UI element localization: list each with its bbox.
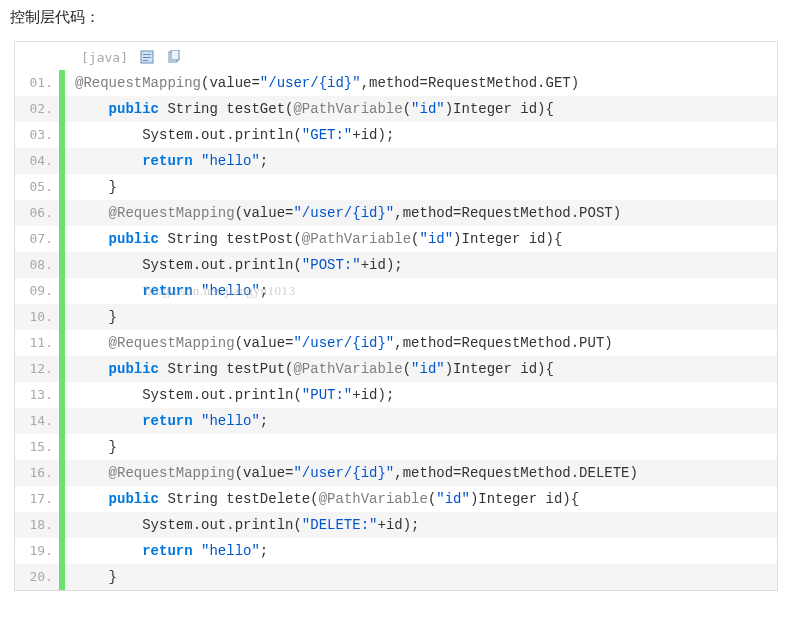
copy-icon[interactable]	[167, 50, 181, 64]
code-token: }	[109, 569, 117, 585]
code-token: String testGet(	[159, 101, 293, 117]
code-token: ,method=RequestMethod.DELETE)	[394, 465, 638, 481]
code-token: @RequestMapping	[109, 335, 235, 351]
code-token: "id"	[411, 101, 445, 117]
code-token: "DELETE:"	[302, 517, 378, 533]
code-token: +id);	[352, 127, 394, 143]
code-token: return	[142, 413, 192, 429]
line-number: 12.	[15, 356, 59, 382]
code-token: +id);	[361, 257, 403, 273]
code-token: "/user/{id}"	[293, 335, 394, 351]
code-token: (value=	[235, 335, 294, 351]
code-token: return	[142, 153, 192, 169]
view-plain-icon[interactable]	[140, 50, 154, 64]
line-number: 18.	[15, 512, 59, 538]
code-token: ,method=RequestMethod.GET)	[361, 75, 579, 91]
code-token: return	[142, 283, 192, 299]
code-token: ,method=RequestMethod.POST)	[394, 205, 621, 221]
code-row: 03. System.out.println("GET:"+id);	[15, 122, 777, 148]
code-row: 12. public String testPut(@PathVariable(…	[15, 356, 777, 382]
code-line: public String testDelete(@PathVariable("…	[65, 486, 777, 512]
code-token: @PathVariable	[293, 101, 402, 117]
code-token: "id"	[436, 491, 470, 507]
code-token: )Integer id){	[445, 361, 554, 377]
line-number: 03.	[15, 122, 59, 148]
svg-rect-1	[143, 54, 151, 55]
code-token: @RequestMapping	[109, 465, 235, 481]
code-token: ;	[260, 543, 268, 559]
code-row: 17. public String testDelete(@PathVariab…	[15, 486, 777, 512]
svg-rect-5	[171, 50, 179, 60]
code-line: @RequestMapping(value="/user/{id}",metho…	[65, 200, 777, 226]
code-row: 16. @RequestMapping(value="/user/{id}",m…	[15, 460, 777, 486]
line-number: 05.	[15, 174, 59, 200]
code-line: return "hello";blog.csdn.net/jiangyu1013	[65, 278, 777, 304]
line-number: 14.	[15, 408, 59, 434]
line-number: 11.	[15, 330, 59, 356]
code-token: "POST:"	[302, 257, 361, 273]
code-row: 06. @RequestMapping(value="/user/{id}",m…	[15, 200, 777, 226]
line-number: 15.	[15, 434, 59, 460]
code-token: "hello"	[201, 543, 260, 559]
code-row: 02. public String testGet(@PathVariable(…	[15, 96, 777, 122]
code-row: 07. public String testPost(@PathVariable…	[15, 226, 777, 252]
code-token: }	[109, 179, 117, 195]
code-line: return "hello";	[65, 538, 777, 564]
line-number: 06.	[15, 200, 59, 226]
code-token: "/user/{id}"	[293, 205, 394, 221]
code-token: "hello"	[201, 283, 260, 299]
code-token: System.out.println(	[142, 517, 302, 533]
code-body: 01.@RequestMapping(value="/user/{id}",me…	[15, 70, 777, 590]
code-token: return	[142, 543, 192, 559]
line-number: 02.	[15, 96, 59, 122]
code-row: 09. return "hello";blog.csdn.net/jiangyu…	[15, 278, 777, 304]
code-token: public	[109, 231, 159, 247]
code-line: }	[65, 434, 777, 460]
code-token: }	[109, 439, 117, 455]
code-row: 11. @RequestMapping(value="/user/{id}",m…	[15, 330, 777, 356]
code-token: "id"	[411, 361, 445, 377]
code-row: 13. System.out.println("PUT:"+id);	[15, 382, 777, 408]
code-token: "hello"	[201, 413, 260, 429]
code-token: "hello"	[201, 153, 260, 169]
code-token: String testDelete(	[159, 491, 319, 507]
code-token	[193, 413, 201, 429]
code-row: 01.@RequestMapping(value="/user/{id}",me…	[15, 70, 777, 96]
code-token: ,method=RequestMethod.PUT)	[394, 335, 612, 351]
code-token: public	[109, 491, 159, 507]
code-row: 15. }	[15, 434, 777, 460]
code-row: 04. return "hello";	[15, 148, 777, 174]
code-token: @PathVariable	[302, 231, 411, 247]
code-token: System.out.println(	[142, 257, 302, 273]
line-number: 19.	[15, 538, 59, 564]
code-row: 19. return "hello";	[15, 538, 777, 564]
code-line: }	[65, 304, 777, 330]
code-token: "id"	[419, 231, 453, 247]
line-number: 04.	[15, 148, 59, 174]
code-line: @RequestMapping(value="/user/{id}",metho…	[65, 330, 777, 356]
code-token: (value=	[201, 75, 260, 91]
code-row: 05. }	[15, 174, 777, 200]
code-token: "PUT:"	[302, 387, 352, 403]
svg-rect-3	[143, 60, 148, 61]
line-number: 10.	[15, 304, 59, 330]
code-token: (value=	[235, 465, 294, 481]
code-token: +id);	[352, 387, 394, 403]
code-token: @PathVariable	[293, 361, 402, 377]
code-token: "/user/{id}"	[260, 75, 361, 91]
code-row: 20. }	[15, 564, 777, 590]
code-line: public String testPut(@PathVariable("id"…	[65, 356, 777, 382]
code-token: "/user/{id}"	[293, 465, 394, 481]
code-token: ;	[260, 283, 268, 299]
code-token: (value=	[235, 205, 294, 221]
code-token: )Integer id){	[445, 101, 554, 117]
code-line: System.out.println("POST:"+id);	[65, 252, 777, 278]
code-row: 14. return "hello";	[15, 408, 777, 434]
code-line: return "hello";	[65, 148, 777, 174]
code-token: (	[403, 101, 411, 117]
code-row: 10. }	[15, 304, 777, 330]
code-token: String testPut(	[159, 361, 293, 377]
code-token: public	[109, 361, 159, 377]
code-token	[193, 153, 201, 169]
code-token	[193, 283, 201, 299]
